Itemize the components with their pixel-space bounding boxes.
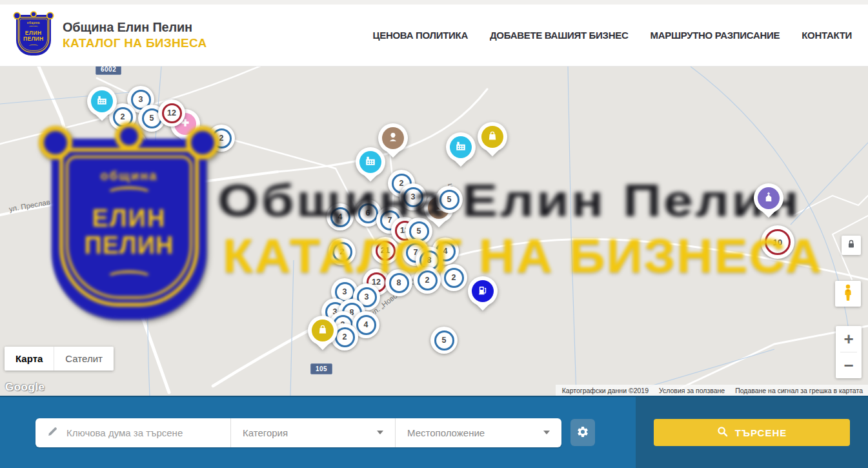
cluster-count: 2 bbox=[418, 270, 438, 290]
main-nav: ЦЕНОВА ПОЛИТИКА ДОБАВЕТЕ ВАШИЯТ БИЗНЕС М… bbox=[373, 30, 852, 41]
cluster-count: 3 bbox=[403, 187, 423, 207]
lock-icon bbox=[845, 238, 857, 252]
map-lock-button[interactable] bbox=[842, 236, 861, 255]
zoom-in-button[interactable]: + bbox=[836, 326, 862, 352]
bag-icon bbox=[487, 130, 498, 144]
cluster-marker[interactable]: 3 bbox=[399, 183, 427, 210]
map-zoom-control: + − bbox=[836, 326, 862, 378]
cluster-marker[interactable]: 10 bbox=[761, 225, 794, 259]
nav-item-contacts[interactable]: КОНТАКТИ bbox=[802, 30, 852, 41]
location-select-label: Местоположение bbox=[407, 427, 485, 438]
nav-item-route-schedule[interactable]: МАРШРУТНО РАЗПИСАНИЕ bbox=[650, 30, 780, 41]
factory-pin-marker[interactable] bbox=[87, 86, 117, 124]
google-logo[interactable]: Google bbox=[5, 381, 45, 394]
map-attribution: Картографски данни ©2019 Условия за полз… bbox=[556, 385, 868, 396]
pegman-icon bbox=[841, 283, 855, 304]
map-view-button[interactable]: Карта bbox=[5, 347, 54, 371]
map-canvas[interactable]: ул. Преславбул. „Новоселци“ци“ 6002105 3… bbox=[0, 66, 868, 396]
cluster-count: 5 bbox=[409, 221, 429, 241]
map-type-control: Карта Сателит bbox=[5, 347, 114, 371]
cluster-marker[interactable]: 5 bbox=[430, 327, 458, 354]
cluster-count: 4 bbox=[356, 315, 376, 335]
chevron-down-icon bbox=[377, 431, 383, 434]
cluster-count: 2 bbox=[335, 327, 355, 347]
cluster-count: 5 bbox=[434, 331, 454, 351]
gear-icon bbox=[576, 425, 589, 440]
cluster-marker[interactable]: 2 bbox=[120, 131, 147, 158]
bag-pin-marker[interactable] bbox=[478, 122, 507, 159]
church-pin-marker[interactable] bbox=[754, 183, 783, 221]
cluster-marker[interactable]: 2 bbox=[440, 264, 467, 291]
location-select[interactable]: Местоположение bbox=[395, 418, 561, 447]
fuel-icon bbox=[477, 284, 489, 298]
advanced-search-button[interactable] bbox=[570, 419, 595, 446]
cluster-marker[interactable]: 2 bbox=[208, 125, 235, 152]
nav-item-pricing[interactable]: ЦЕНОВА ПОЛИТИКА bbox=[373, 30, 468, 41]
factory-icon bbox=[455, 140, 467, 154]
terms-of-use-link[interactable]: Условия за ползване bbox=[659, 387, 725, 394]
cluster-count: 2 bbox=[124, 135, 144, 155]
crest-name-line1: ЕЛИН bbox=[16, 29, 51, 36]
keyword-search-input[interactable] bbox=[66, 427, 221, 438]
worker-icon bbox=[387, 131, 399, 145]
cluster-count: 12 bbox=[162, 103, 182, 123]
report-map-error-link[interactable]: Подаване на сигнал за грешка в картата bbox=[735, 387, 863, 394]
factory-icon bbox=[365, 155, 376, 169]
church-icon bbox=[763, 191, 774, 205]
category-select-label: Категория bbox=[243, 427, 288, 438]
category-select[interactable]: Категория bbox=[230, 418, 395, 447]
cluster-count: 8 bbox=[389, 273, 409, 293]
search-icon bbox=[717, 426, 728, 439]
crest-top-text: община bbox=[16, 21, 51, 25]
crest-name-line2: ПЕЛИН bbox=[16, 36, 51, 42]
municipality-crest-logo: община ЕЛИН ПЕЛИН bbox=[16, 15, 52, 56]
map-data-copyright: Картографски данни ©2019 bbox=[562, 387, 649, 394]
search-bar: Категория Местоположение ТЪРСЕНЕ bbox=[0, 396, 868, 468]
worker-pin-marker[interactable] bbox=[378, 123, 408, 161]
cluster-count: 2 bbox=[332, 242, 352, 262]
street-view-pegman-button[interactable] bbox=[835, 281, 861, 307]
cluster-marker[interactable]: 2 bbox=[414, 267, 441, 294]
nav-item-add-business[interactable]: ДОБАВЕТЕ ВАШИЯТ БИЗНЕС bbox=[490, 30, 628, 41]
pencil-icon bbox=[47, 426, 58, 440]
site-subtitle: КАТАЛОГ НА БИЗНЕСА bbox=[63, 36, 207, 50]
cluster-count: 4 bbox=[330, 207, 350, 227]
bag-icon bbox=[317, 323, 328, 338]
cluster-marker[interactable]: 5 bbox=[436, 186, 463, 213]
site-header: община ЕЛИН ПЕЛИН Община Елин Пелин КАТА… bbox=[0, 5, 868, 66]
factory-icon bbox=[96, 94, 108, 108]
site-logo[interactable]: община ЕЛИН ПЕЛИН Община Елин Пелин КАТА… bbox=[16, 15, 207, 56]
bag-pin-marker[interactable] bbox=[308, 316, 338, 353]
cluster-marker[interactable]: 21 bbox=[372, 237, 399, 264]
chevron-down-icon bbox=[543, 431, 550, 434]
cluster-marker[interactable]: 12 bbox=[158, 99, 185, 127]
page-top-strip bbox=[0, 0, 868, 5]
fuel-pin-marker[interactable] bbox=[468, 276, 498, 314]
cluster-marker[interactable]: 2 bbox=[328, 238, 356, 265]
cluster-count: 10 bbox=[765, 229, 791, 255]
cluster-marker[interactable]: 4 bbox=[327, 203, 354, 230]
cluster-count: 5 bbox=[439, 190, 459, 210]
road-number-badge: 6002 bbox=[96, 66, 121, 75]
search-button-label: ТЪРСЕНЕ bbox=[735, 427, 787, 438]
road-number-badge: 105 bbox=[310, 363, 332, 374]
search-button[interactable]: ТЪРСЕНЕ bbox=[654, 419, 850, 446]
cluster-count: 2 bbox=[444, 268, 464, 288]
cluster-count: 2 bbox=[212, 128, 232, 148]
search-button-panel: ТЪРСЕНЕ bbox=[636, 397, 868, 468]
zoom-out-button[interactable]: − bbox=[836, 352, 862, 378]
cluster-count: 6 bbox=[358, 203, 378, 223]
satellite-view-button[interactable]: Сателит bbox=[54, 347, 114, 371]
keyword-field-wrap bbox=[35, 418, 230, 447]
cluster-count: 21 bbox=[376, 241, 396, 261]
cluster-marker[interactable]: 8 bbox=[385, 269, 412, 296]
site-title: Община Елин Пелин bbox=[63, 20, 207, 35]
search-input-group: Категория Местоположение bbox=[35, 418, 561, 447]
factory-pin-marker[interactable] bbox=[446, 132, 476, 170]
